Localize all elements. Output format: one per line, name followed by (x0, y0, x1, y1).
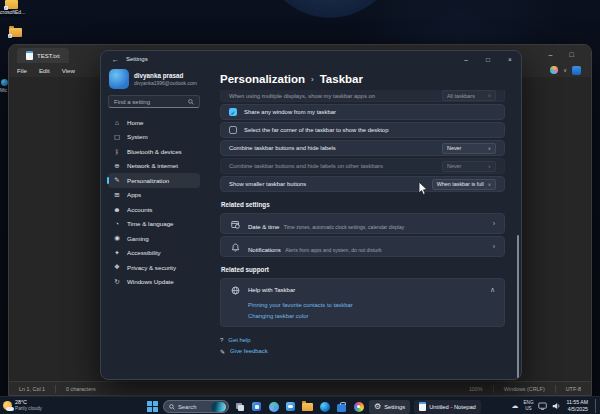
get-help-icon: ? (220, 337, 223, 343)
copilot-icon[interactable] (550, 66, 558, 74)
dropdown-value: Never (447, 163, 461, 169)
setting-label: Select the far corner of the taskbar to … (244, 127, 496, 133)
breadcrumb-parent[interactable]: Personalization (220, 73, 305, 85)
notepad-minimize-button[interactable]: – (540, 46, 561, 62)
related-card-date-time[interactable]: Date & time Time zones, automatic clock … (220, 213, 505, 234)
sidebar-item-home[interactable]: ⌂Home (108, 115, 200, 130)
notepad-maximize-button[interactable]: □ (561, 46, 582, 62)
settings-close-button[interactable]: × (499, 51, 521, 67)
search-label: Search (178, 404, 196, 410)
start-button[interactable] (146, 399, 159, 414)
menu-view[interactable]: View (62, 67, 75, 74)
settings-footer: ? Get help ✎ Give feedback (220, 337, 505, 355)
setting-row-share-window[interactable]: ✓ Share any window from my taskbar (220, 104, 505, 120)
search-input[interactable]: Find a setting (108, 95, 200, 108)
dropdown-multiple-displays[interactable]: All taskbars ∨ (442, 90, 496, 101)
line-ending[interactable]: Windows (CRLF) (494, 386, 555, 392)
chat-button[interactable] (284, 399, 297, 414)
chevron-up-icon: ∧ (490, 286, 495, 294)
taskbar-app-notepad[interactable]: Untitled - Notepad (414, 400, 481, 414)
sidebar-item-privacy[interactable]: ❖Privacy & security (108, 260, 200, 275)
store-button[interactable] (335, 399, 348, 414)
checkbox-share-window[interactable]: ✓ (229, 108, 237, 116)
taskbar-search[interactable]: Search (163, 400, 229, 413)
clock-widget[interactable]: 11:55 AM 4/5/2025 (566, 399, 588, 412)
sidebar-item-personalization[interactable]: ✎Personalization (108, 173, 200, 188)
zoom-level[interactable]: 100% (459, 386, 493, 392)
help-link-pinning-contacts[interactable]: Pinning your favorite contacts to taskba… (248, 302, 495, 308)
calendar-clock-icon (230, 215, 240, 233)
scrollbar-thumb[interactable] (517, 235, 519, 380)
edge-icon (320, 402, 330, 412)
show-desktop-button[interactable] (595, 399, 597, 413)
sidebar-item-system[interactable]: ▢System (108, 130, 200, 145)
taskbar: 28°C Partly cloudy Search ⚙ Settings (0, 396, 600, 414)
desktop-icon-folder[interactable]: ↗ AcrosoftEd... (0, 0, 26, 15)
sidebar-item-network[interactable]: ⊕Network & internet (108, 159, 200, 174)
sidebar-item-label: System (127, 133, 148, 140)
windows-logo-icon (147, 401, 158, 412)
account-icon[interactable] (572, 66, 581, 75)
breadcrumb: Personalization › Taskbar (220, 68, 505, 90)
copilot-button[interactable] (267, 399, 280, 414)
widgets-button[interactable] (250, 399, 263, 414)
help-link-taskbar-color[interactable]: Changing taskbar color (248, 313, 495, 319)
language-switcher[interactable]: ENG US (524, 400, 534, 410)
settings-titlebar[interactable]: ← Settings – □ × (101, 51, 521, 67)
sidebar-item-accounts[interactable]: ☻Accounts (108, 202, 200, 217)
system-tray: ☁ ENG US 11:55 AM 4/5/2025 (512, 399, 598, 413)
menu-file[interactable]: File (17, 67, 27, 74)
notepad-tab[interactable]: TEST.txt (17, 48, 69, 63)
desktop: ↗ AcrosoftEd... ↗ Mic TEST.txt – □ × Fil… (0, 0, 600, 414)
photos-button[interactable] (352, 399, 365, 414)
bell-icon (230, 238, 240, 256)
give-feedback-link[interactable]: ✎ Give feedback (220, 348, 505, 355)
setting-row-far-corner[interactable]: Select the far corner of the taskbar to … (220, 122, 505, 138)
settings-main: Personalization › Taskbar When using mul… (207, 67, 521, 379)
dropdown-combine-other: Never ∨ (442, 161, 496, 172)
settings-maximize-button[interactable]: □ (477, 51, 499, 67)
character-count: 0 characters (56, 386, 106, 392)
dropdown-combine-buttons[interactable]: Never ∨ (442, 143, 496, 154)
sidebar-item-accessibility[interactable]: ✦Accessibility (108, 246, 200, 261)
search-highlight-image (211, 402, 226, 412)
account-block[interactable]: divyanka prasad divyanka1996@outlook.com (109, 69, 200, 89)
sidebar-item-bluetooth[interactable]: ᛒBluetooth & devices (108, 144, 200, 159)
setting-label: Combine taskbar buttons and hide labels … (229, 163, 442, 169)
chevron-down-icon: ∨ (488, 146, 491, 151)
encoding[interactable]: UTF-8 (556, 386, 591, 392)
menu-edit[interactable]: Edit (39, 67, 50, 74)
task-view-button[interactable] (233, 399, 246, 414)
file-explorer-button[interactable] (301, 399, 314, 414)
get-help-link[interactable]: ? Get help (220, 337, 505, 343)
shield-icon: ❖ (113, 263, 121, 271)
onedrive-cloud-icon[interactable]: ☁ (512, 402, 519, 410)
edge-shortcut-icon[interactable] (1, 79, 8, 86)
edge-button[interactable] (318, 399, 331, 414)
check-icon: ✓ (230, 109, 235, 116)
notepad-close-button[interactable]: × (582, 46, 592, 62)
dropdown-smaller-buttons[interactable]: When taskbar is full ∨ (432, 179, 496, 190)
related-card-notifications[interactable]: Notifications Alerts from apps and syste… (220, 236, 505, 257)
checkbox-far-corner[interactable] (229, 126, 237, 134)
settings-minimize-button[interactable]: – (455, 51, 477, 67)
sidebar-item-gaming[interactable]: ◉Gaming (108, 231, 200, 246)
accessibility-icon: ✦ (113, 249, 121, 257)
desktop-icon-folder-2[interactable]: ↗ (0, 28, 30, 37)
taskbar-app-settings[interactable]: ⚙ Settings (369, 400, 410, 414)
photos-icon (354, 402, 364, 412)
sidebar-item-label: Time & language (127, 220, 174, 227)
sidebar-item-windows-update[interactable]: ↻Windows Update (108, 275, 200, 290)
dropdown-value: All taskbars (447, 93, 475, 99)
volume-icon[interactable] (552, 402, 561, 410)
network-icon[interactable] (538, 402, 547, 410)
back-icon[interactable]: ← (112, 56, 119, 63)
help-card-header[interactable]: Help with Taskbar ∧ (230, 282, 495, 297)
gaming-icon: ◉ (113, 234, 121, 242)
clock-icon: ◔ (113, 220, 121, 227)
sidebar-item-time-language[interactable]: ◔Time & language (108, 217, 200, 232)
chevron-right-icon: › (493, 220, 495, 227)
weather-widget[interactable]: 28°C Partly cloudy (3, 399, 42, 411)
sidebar-item-apps[interactable]: ⊞Apps (108, 188, 200, 203)
accounts-icon: ☻ (113, 206, 121, 213)
